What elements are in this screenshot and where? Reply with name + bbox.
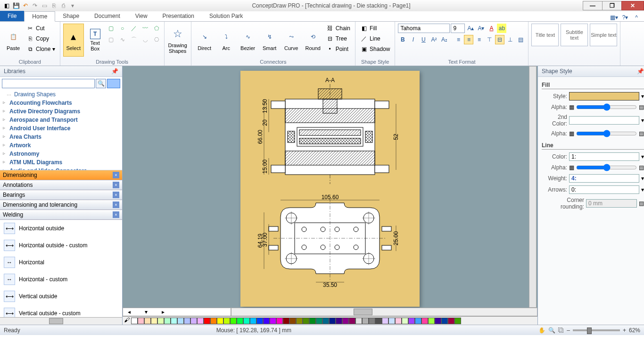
underline-icon[interactable]: U <box>419 35 428 44</box>
close-icon[interactable]: × <box>113 182 119 188</box>
color-swatch[interactable] <box>303 318 309 324</box>
color-swatch[interactable] <box>210 318 217 324</box>
color-swatch[interactable] <box>131 318 138 324</box>
align-middle-icon[interactable]: ⊟ <box>495 35 504 44</box>
color-swatch[interactable] <box>395 318 402 324</box>
redo-icon[interactable]: ↷ <box>31 2 39 9</box>
shape-item[interactable]: ↔Horizontal - custom <box>0 271 122 288</box>
close-icon[interactable]: × <box>113 201 119 208</box>
cut-button[interactable]: ✂Cut <box>25 24 57 33</box>
dt-rect-icon[interactable]: ▢ <box>107 24 116 33</box>
zoom-out-icon[interactable]: – <box>567 327 570 334</box>
color-swatch[interactable] <box>322 318 329 324</box>
shape-item[interactable]: ⟷Horizontal outside <box>0 220 122 237</box>
pin-icon[interactable]: 📌 <box>111 68 118 75</box>
line-button[interactable]: ／Line <box>358 34 392 43</box>
color-swatch[interactable] <box>289 318 296 324</box>
drawing-page[interactable]: A-A <box>240 71 420 307</box>
view-toggle-button[interactable] <box>107 79 120 88</box>
dt-bezier-icon[interactable]: ⌒ <box>129 35 139 44</box>
color-swatch[interactable] <box>171 318 177 324</box>
color-swatch[interactable] <box>428 318 435 324</box>
tab-shape[interactable]: Shape <box>55 11 87 21</box>
tab-view[interactable]: View <box>128 11 155 21</box>
stencil-bearings[interactable]: Bearings× <box>0 190 122 200</box>
text-block-icon[interactable]: ▤ <box>516 35 525 44</box>
color-swatch[interactable] <box>190 318 197 324</box>
color-swatch[interactable] <box>237 318 243 324</box>
color-swatch[interactable] <box>408 318 415 324</box>
next-page-icon[interactable]: ▸ <box>162 309 165 315</box>
lib-item[interactable]: Android User Interface <box>0 124 122 133</box>
color-swatch[interactable] <box>329 318 336 324</box>
page-menu-icon[interactable]: ▾ <box>145 309 148 315</box>
tab-home[interactable]: Home <box>24 11 55 22</box>
color-swatch[interactable] <box>223 318 230 324</box>
color-swatch[interactable] <box>349 318 355 324</box>
spinner-icon[interactable]: ▤ <box>639 200 644 207</box>
lib-item[interactable]: Aerospace and Transport <box>0 116 122 124</box>
vscroll[interactable] <box>529 66 537 308</box>
shape-item[interactable]: ↔Horizontal <box>0 254 122 271</box>
color-swatch[interactable] <box>144 318 151 324</box>
lib-item[interactable]: Artwork <box>0 141 122 150</box>
help-icon[interactable]: ?▾ <box>621 14 629 21</box>
shapes-list[interactable]: ⟷Horizontal outside ⟷Horizontal outside … <box>0 220 122 317</box>
dropdown-icon[interactable]: ▾ <box>641 153 644 160</box>
color-swatch[interactable] <box>138 318 144 324</box>
connector-arc-button[interactable]: ⤵Arc <box>216 24 237 57</box>
dt-ellipse-icon[interactable]: ○ <box>118 24 127 33</box>
grow-font-icon[interactable]: A▴ <box>466 24 475 33</box>
shrink-font-icon[interactable]: A▾ <box>476 24 486 33</box>
close-icon[interactable]: × <box>113 172 119 178</box>
color-swatch[interactable] <box>276 318 283 324</box>
color-swatch[interactable] <box>204 318 210 324</box>
align-top-icon[interactable]: ⊤ <box>485 35 494 44</box>
library-search-input[interactable] <box>2 79 95 88</box>
dropdown-icon[interactable]: ▾ <box>641 93 644 100</box>
color-swatch[interactable] <box>157 318 164 324</box>
dt-spline-icon[interactable]: ∿ <box>118 35 127 44</box>
color-swatch[interactable] <box>342 318 349 324</box>
color-swatch[interactable] <box>197 318 204 324</box>
fill-style-swatch[interactable] <box>569 92 639 101</box>
collapse-ribbon-icon[interactable]: ^ <box>633 14 640 21</box>
color-swatch[interactable] <box>283 318 289 324</box>
minimize-button[interactable]: — <box>583 1 603 10</box>
color-swatch[interactable] <box>230 318 237 324</box>
zoom-in-icon[interactable]: + <box>623 327 626 334</box>
drawing-shapes-button[interactable]: ☆Drawing Shapes <box>167 24 188 57</box>
left-scroll[interactable] <box>0 317 122 325</box>
color-swatch[interactable] <box>336 318 342 324</box>
color-swatch[interactable] <box>250 318 256 324</box>
color-swatch[interactable] <box>217 318 223 324</box>
shape-item[interactable]: ⟷Vertical outside <box>0 288 122 305</box>
close-icon[interactable]: × <box>113 192 119 198</box>
color-swatch[interactable] <box>270 318 276 324</box>
options-icon[interactable]: ▦▾ <box>610 14 618 21</box>
palette-icon[interactable]: 🖌 <box>123 317 131 325</box>
color-swatch[interactable] <box>454 318 461 324</box>
lib-item[interactable]: Area Charts <box>0 133 122 141</box>
color-swatch[interactable] <box>164 318 171 324</box>
connector-smart-button[interactable]: ↯Smart <box>259 24 280 57</box>
color-swatch[interactable] <box>296 318 303 324</box>
color-swatch[interactable] <box>184 318 190 324</box>
page-tab-controls[interactable]: ◂▾▸ <box>123 308 231 316</box>
align-center-icon[interactable]: ≡ <box>464 35 473 44</box>
color-swatch[interactable] <box>316 318 322 324</box>
clone-button[interactable]: ⧉Clone ▾ <box>25 44 57 54</box>
second-color-field[interactable] <box>569 116 639 125</box>
stencil-dimensioning[interactable]: Dimensioning× <box>0 170 122 180</box>
dt-misc-icon[interactable]: ⎔ <box>152 35 161 44</box>
close-icon[interactable]: × <box>113 211 119 218</box>
maximize-button[interactable]: ❐ <box>602 1 622 10</box>
shape-item[interactable]: ⟷Vertical outside - custom <box>0 305 122 317</box>
open-icon[interactable]: ⎘ <box>50 2 58 9</box>
new-icon[interactable]: ▭ <box>41 2 48 9</box>
copy-button[interactable]: ⎘Copy <box>25 34 57 43</box>
color-swatch[interactable] <box>362 318 369 324</box>
connector-bezier-button[interactable]: ∿Bezier <box>238 24 258 57</box>
highlight-icon[interactable]: ab <box>497 24 506 33</box>
dt-poly-icon[interactable]: ⬠ <box>152 24 161 33</box>
